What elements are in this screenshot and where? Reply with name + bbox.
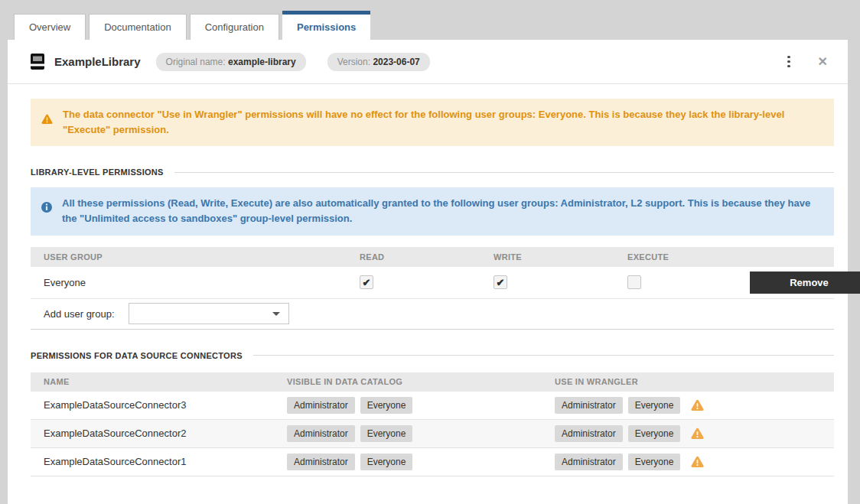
visible-in-data-catalog-cell: AdministratorEveryone [287, 454, 555, 470]
warning-triangle-icon [41, 107, 53, 138]
close-icon[interactable]: ✕ [815, 54, 831, 70]
chevron-down-icon [272, 312, 280, 316]
version-badge: Version: 2023-06-07 [327, 53, 430, 71]
add-user-group-dropdown[interactable] [129, 303, 289, 324]
connector-permissions-table: NAME VISIBLE IN DATA CATALOG USE IN WRAN… [31, 372, 834, 476]
section-title: LIBRARY-LEVEL PERMISSIONS [31, 167, 164, 177]
kebab-menu-icon[interactable] [783, 53, 795, 71]
warning-banner-text: The data connector "Use in Wrangler" per… [63, 107, 823, 138]
col-use-in-wrangler: USE IN WRANGLER [555, 377, 834, 386]
original-name-value: example-library [228, 57, 296, 67]
library-permissions-table: USER GROUP READ WRITE EXECUTE Everyone ✔… [31, 247, 834, 330]
info-icon [41, 196, 52, 226]
user-group-chip: Administrator [555, 454, 623, 470]
tab-permissions[interactable]: Permissions [282, 11, 370, 40]
col-read: READ [360, 252, 494, 262]
visible-in-data-catalog-cell: AdministratorEveryone [287, 397, 555, 414]
section-connector-permissions: PERMISSIONS FOR DATA SOURCE CONNECTORS [31, 351, 834, 360]
connector-name: ExampleDataSourceConnector2 [31, 428, 287, 439]
add-user-group-label: Add user group: [31, 308, 115, 320]
tab-overview[interactable]: Overview [14, 14, 86, 40]
use-in-wrangler-cell: AdministratorEveryone [555, 397, 834, 414]
warning-icon [691, 428, 704, 439]
add-user-group-row: Add user group: [31, 299, 834, 330]
col-user-group: USER GROUP [31, 252, 360, 262]
warning-banner: The data connector "Use in Wrangler" per… [31, 99, 834, 146]
details-panel: ExampleLibrary Original name: example-li… [8, 40, 848, 504]
tab-bar: OverviewDocumentationConfigurationPermis… [8, 0, 848, 40]
section-library-permissions: LIBRARY-LEVEL PERMISSIONS [31, 167, 834, 177]
user-group-chip: Everyone [360, 397, 413, 414]
tab-configuration[interactable]: Configuration [190, 14, 279, 40]
user-group-chip: Everyone [628, 454, 681, 470]
col-execute: EXECUTE [627, 252, 750, 262]
col-write: WRITE [494, 252, 627, 262]
info-banner: All these permissions (Read, Write, Exec… [31, 187, 834, 235]
use-in-wrangler-cell: AdministratorEveryone [555, 454, 834, 470]
version-label: Version: [337, 57, 370, 67]
write-checkbox[interactable]: ✔ [494, 275, 507, 289]
remove-button[interactable]: Remove [750, 272, 860, 294]
user-group-chip: Everyone [628, 397, 681, 414]
table-row: ExampleDataSourceConnector1Administrator… [31, 448, 834, 476]
table-header-row: NAME VISIBLE IN DATA CATALOG USE IN WRAN… [31, 372, 834, 392]
section-title: PERMISSIONS FOR DATA SOURCE CONNECTORS [31, 351, 243, 360]
user-group-chip: Administrator [287, 454, 355, 470]
table-row: Everyone ✔ ✔ Remove [31, 267, 834, 299]
user-group-chip: Administrator [555, 397, 623, 414]
tab-documentation[interactable]: Documentation [89, 14, 186, 40]
col-name: NAME [31, 377, 287, 386]
connector-name: ExampleDataSourceConnector1 [31, 456, 287, 467]
execute-checkbox[interactable] [627, 275, 641, 289]
user-group-chip: Administrator [555, 425, 623, 442]
user-group-chip: Administrator [287, 397, 355, 414]
version-value: 2023-06-07 [373, 57, 419, 67]
connector-name: ExampleDataSourceConnector3 [31, 399, 287, 411]
col-visible-in-data-catalog: VISIBLE IN DATA CATALOG [287, 377, 555, 386]
user-group-name: Everyone [31, 277, 360, 288]
user-group-chip: Everyone [360, 454, 413, 470]
use-in-wrangler-cell: AdministratorEveryone [555, 425, 834, 442]
panel-header: ExampleLibrary Original name: example-li… [8, 40, 848, 84]
connector-table-body: ExampleDataSourceConnector3Administrator… [31, 392, 834, 476]
page-title: ExampleLibrary [54, 55, 141, 68]
visible-in-data-catalog-cell: AdministratorEveryone [287, 425, 555, 442]
library-book-icon [31, 54, 44, 70]
user-group-chip: Administrator [287, 425, 355, 442]
table-row: ExampleDataSourceConnector3Administrator… [31, 392, 834, 420]
table-header-row: USER GROUP READ WRITE EXECUTE [31, 247, 834, 267]
warning-icon [691, 399, 704, 411]
warning-icon [691, 456, 704, 467]
original-name-badge: Original name: example-library [156, 53, 306, 71]
read-checkbox[interactable]: ✔ [360, 275, 373, 289]
info-banner-text: All these permissions (Read, Write, Exec… [62, 196, 823, 226]
table-row: ExampleDataSourceConnector2Administrator… [31, 420, 834, 448]
user-group-chip: Everyone [360, 425, 413, 442]
original-name-label: Original name: [166, 57, 226, 67]
user-group-chip: Everyone [628, 425, 681, 442]
